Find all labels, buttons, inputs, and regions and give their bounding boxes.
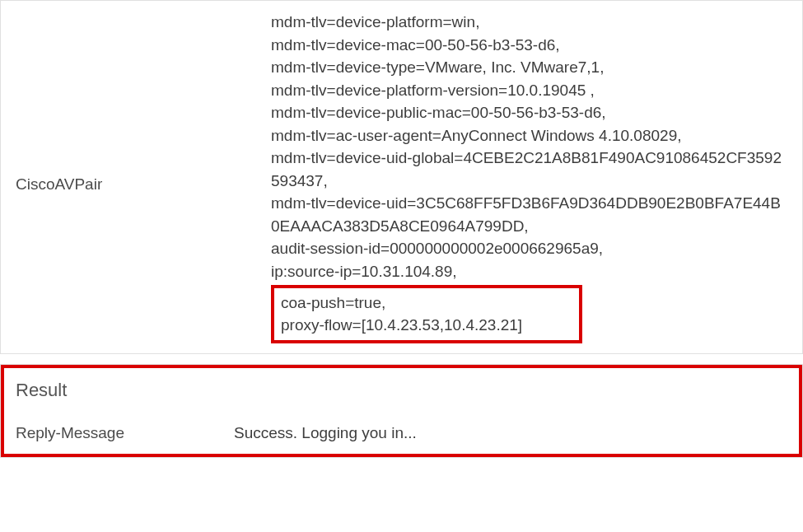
avpair-panel: CiscoAVPair mdm-tlv=device-platform=win,… bbox=[0, 0, 803, 354]
avpair-line: mdm-tlv=device-public-mac=00-50-56-b3-53… bbox=[271, 101, 787, 124]
avpair-value: mdm-tlv=device-platform=win, mdm-tlv=dev… bbox=[271, 11, 787, 343]
avpair-highlight-line: proxy-flow=[10.4.23.53,10.4.23.21] bbox=[281, 314, 572, 337]
avpair-line: audit-session-id=000000000002e000662965a… bbox=[271, 237, 787, 260]
result-panel: Result Reply-Message Success. Logging yo… bbox=[0, 364, 803, 458]
avpair-line: mdm-tlv=device-platform-version=10.0.190… bbox=[271, 79, 787, 102]
main-container: CiscoAVPair mdm-tlv=device-platform=win,… bbox=[0, 0, 803, 458]
reply-message-value: Success. Logging you in... bbox=[234, 424, 417, 442]
result-heading: Result bbox=[16, 380, 787, 401]
result-highlight-box: Result Reply-Message Success. Logging yo… bbox=[1, 365, 802, 457]
avpair-line: mdm-tlv=device-uid-global=4CEBE2C21A8B81… bbox=[271, 147, 787, 192]
avpair-row: CiscoAVPair mdm-tlv=device-platform=win,… bbox=[16, 11, 787, 343]
avpair-highlight-line: coa-push=true, bbox=[281, 292, 572, 315]
avpair-line: mdm-tlv=device-uid=3C5C68FF5FD3B6FA9D364… bbox=[271, 192, 787, 237]
result-row: Reply-Message Success. Logging you in... bbox=[16, 424, 787, 442]
avpair-line: mdm-tlv=device-mac=00-50-56-b3-53-d6, bbox=[271, 34, 787, 57]
avpair-line: mdm-tlv=ac-user-agent=AnyConnect Windows… bbox=[271, 124, 787, 147]
avpair-highlight-box: coa-push=true, proxy-flow=[10.4.23.53,10… bbox=[271, 285, 582, 343]
avpair-line: mdm-tlv=device-platform=win, bbox=[271, 11, 787, 34]
avpair-line: mdm-tlv=device-type=VMware, Inc. VMware7… bbox=[271, 56, 787, 79]
avpair-label: CiscoAVPair bbox=[16, 11, 271, 194]
reply-message-label: Reply-Message bbox=[16, 424, 234, 442]
avpair-line: ip:source-ip=10.31.104.89, bbox=[271, 260, 787, 283]
